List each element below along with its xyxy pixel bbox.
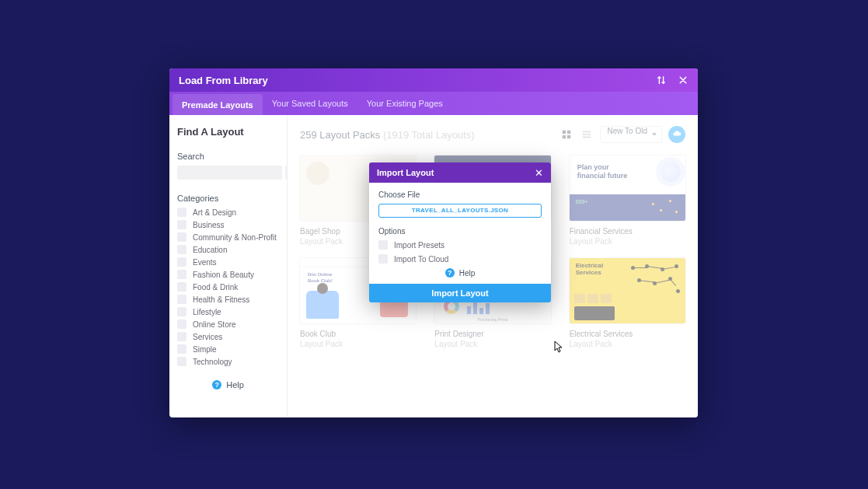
category-label: Art & Design	[193, 208, 236, 217]
import-body: Choose File TRAVEL_ALL_LAYOUTS.JSON Opti…	[369, 183, 551, 284]
card-subtitle: Layout Pack	[570, 340, 685, 348]
option-label: Import To Cloud	[394, 255, 448, 264]
svg-rect-2	[563, 135, 566, 138]
sort-select[interactable]: New To Old	[600, 126, 662, 143]
category-simple[interactable]: Simple	[177, 344, 279, 354]
choose-file-label: Choose File	[378, 190, 542, 199]
sidebar-heading: Find A Layout	[177, 126, 279, 138]
search-label: Search	[177, 152, 279, 161]
help-icon: ?	[445, 268, 455, 278]
close-icon[interactable]: ✕	[535, 168, 543, 178]
count-muted: (1919 Total Layouts)	[383, 129, 475, 141]
checkbox-icon	[177, 232, 186, 242]
checkbox-icon	[177, 357, 186, 366]
svg-rect-5	[583, 134, 591, 135]
category-label: Simple	[193, 345, 217, 354]
option-import-to-cloud[interactable]: Import To Cloud	[378, 254, 542, 264]
cursor-icon	[554, 341, 563, 353]
checkbox-icon	[177, 220, 186, 229]
category-label: Health & Fitness	[193, 295, 249, 304]
sidebar: Find A Layout Search + Filter Categories…	[169, 115, 288, 417]
import-help[interactable]: ? Help	[378, 268, 542, 278]
window-title: Load From Library	[179, 75, 268, 86]
card-subtitle: Layout Pack	[300, 340, 416, 348]
options-list: Import PresetsImport To Cloud	[378, 240, 542, 264]
title-actions	[656, 75, 688, 86]
import-modal: Import Layout ✕ Choose File TRAVEL_ALL_L…	[369, 162, 551, 302]
import-button[interactable]: Import Layout	[369, 284, 551, 302]
category-services[interactable]: Services	[177, 332, 279, 341]
category-label: Business	[193, 221, 225, 229]
category-education[interactable]: Education	[177, 245, 279, 254]
layout-card[interactable]: Financial ServicesLayout Pack	[570, 155, 685, 246]
file-field[interactable]: TRAVEL_ALL_LAYOUTS.JSON	[378, 204, 542, 218]
category-art-design[interactable]: Art & Design	[177, 208, 279, 217]
option-label: Import Presets	[394, 241, 444, 250]
help-label: Help	[459, 269, 476, 278]
import-export-icon[interactable]	[656, 75, 667, 86]
category-technology[interactable]: Technology	[177, 357, 279, 366]
layout-count: 259 Layout Packs (1919 Total Layouts)	[300, 129, 475, 141]
sort-value: New To Old	[607, 127, 647, 135]
checkbox-icon	[177, 208, 186, 217]
option-import-presets[interactable]: Import Presets	[378, 240, 542, 250]
category-label: Fashion & Beauty	[193, 271, 254, 279]
svg-rect-3	[567, 135, 570, 138]
category-community-non-profit[interactable]: Community & Non-Profit	[177, 232, 279, 242]
category-label: Services	[193, 333, 222, 341]
help-icon: ?	[212, 380, 221, 389]
category-fashion-beauty[interactable]: Fashion & Beauty	[177, 270, 279, 279]
category-label: Food & Drink	[193, 283, 238, 292]
tabbar: Premade LayoutsYour Saved LayoutsYour Ex…	[169, 92, 698, 115]
checkbox-icon	[177, 307, 186, 316]
checkbox-icon	[177, 295, 186, 304]
layout-thumbnail	[570, 155, 685, 221]
checkbox-icon	[378, 254, 388, 264]
svg-rect-4	[583, 131, 591, 133]
layout-card[interactable]: Electrical ServicesLayout Pack	[570, 258, 685, 348]
list-view-icon[interactable]	[580, 127, 594, 141]
svg-rect-1	[567, 131, 570, 134]
category-label: Community & Non-Profit	[193, 233, 277, 242]
import-title: Import Layout	[377, 168, 434, 177]
tab-premade-layouts[interactable]: Premade Layouts	[173, 94, 263, 115]
categories-list: Art & DesignBusinessCommunity & Non-Prof…	[177, 208, 279, 366]
card-title: Electrical Services	[570, 330, 685, 338]
checkbox-icon	[177, 320, 186, 329]
category-label: Technology	[193, 358, 232, 366]
grid-view-icon[interactable]	[559, 127, 573, 141]
import-header: Import Layout ✕	[369, 162, 551, 183]
search-row: + Filter	[177, 166, 279, 180]
close-icon[interactable]	[678, 75, 688, 86]
help-label: Help	[226, 380, 244, 389]
cloud-button[interactable]	[668, 126, 685, 143]
category-food-drink[interactable]: Food & Drink	[177, 282, 279, 292]
categories-label: Categories	[177, 194, 279, 203]
main-header: 259 Layout Packs (1919 Total Layouts) Ne…	[300, 126, 685, 143]
card-title: Print Designer	[434, 330, 550, 338]
checkbox-icon	[177, 257, 186, 267]
titlebar: Load From Library	[169, 68, 698, 92]
layout-thumbnail	[570, 258, 685, 323]
search-input[interactable]	[177, 166, 282, 180]
svg-rect-0	[563, 131, 566, 134]
sidebar-help[interactable]: ? Help	[177, 380, 279, 389]
tab-your-existing-pages[interactable]: Your Existing Pages	[357, 92, 452, 115]
tab-your-saved-layouts[interactable]: Your Saved Layouts	[263, 92, 357, 115]
card-subtitle: Layout Pack	[434, 340, 550, 348]
svg-rect-6	[583, 137, 591, 138]
category-events[interactable]: Events	[177, 257, 279, 267]
category-business[interactable]: Business	[177, 220, 279, 229]
checkbox-icon	[177, 332, 186, 341]
category-lifestyle[interactable]: Lifestyle	[177, 307, 279, 316]
category-label: Education	[193, 246, 227, 254]
category-label: Lifestyle	[193, 308, 221, 316]
card-title: Book Club	[300, 330, 416, 338]
card-subtitle: Layout Pack	[570, 237, 685, 246]
category-online-store[interactable]: Online Store	[177, 320, 279, 329]
checkbox-icon	[177, 245, 186, 254]
checkbox-icon	[177, 282, 186, 292]
checkbox-icon	[177, 344, 186, 354]
category-health-fitness[interactable]: Health & Fitness	[177, 295, 279, 304]
options-label: Options	[378, 227, 542, 236]
